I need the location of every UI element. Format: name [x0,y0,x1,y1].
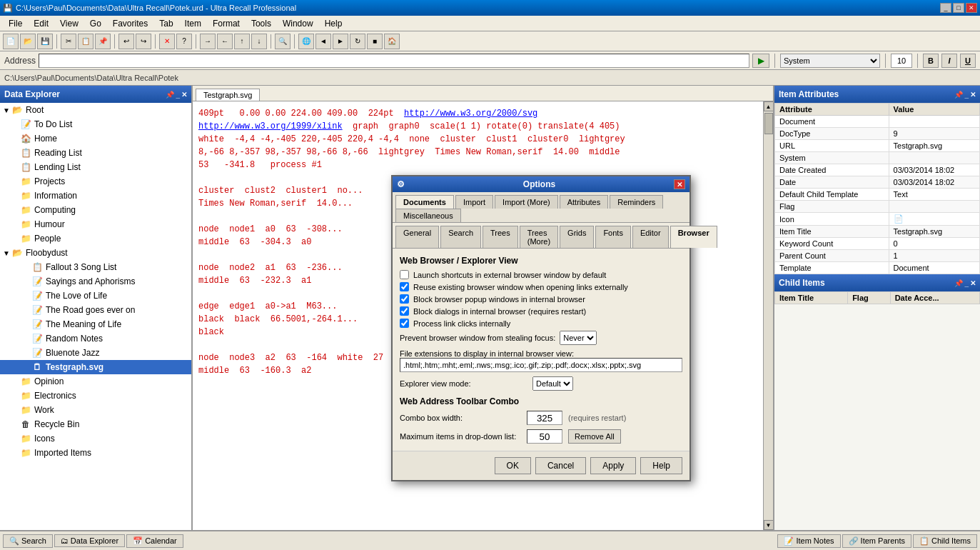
tab-miscellaneous[interactable]: Miscellaneous [395,209,461,222]
subtab-general[interactable]: General [395,226,439,248]
checkbox-block-popup-label: Block browser popup windows in internal … [413,295,585,304]
section-title: Web Browser / Explorer View [400,256,682,266]
combo-max-row: Maximum items in drop-down list: Remove … [400,429,682,444]
dialog-overlay: ⚙ Options ✕ Documents Import Import (Mor… [0,0,980,550]
checkbox-reuse-browser-label: Reuse existing browser window when openi… [413,283,628,291]
subtab-search[interactable]: Search [440,226,481,248]
prevent-focus-row: Prevent browser window from stealing foc… [400,331,682,345]
checkbox-process-links-input[interactable] [400,319,409,328]
options-dialog: ⚙ Options ✕ Documents Import Import (Mor… [391,175,691,481]
explorer-mode-label: Explorer view mode: [400,379,528,388]
tab-import[interactable]: Import [455,195,493,209]
subtab-trees-more[interactable]: Trees (More) [520,226,558,248]
checkbox-external-browser[interactable]: Launch shortcuts in external browser win… [400,270,682,279]
subtab-browser[interactable]: Browser [670,226,717,248]
dialog-title-text: Options [523,179,555,189]
dialog-close-btn[interactable]: ✕ [674,179,685,189]
checkbox-block-popup-input[interactable] [400,294,409,304]
dialog-buttons: OK Cancel Apply Help [393,451,689,480]
file-ext-row: File extensions to display in internal b… [400,349,682,372]
cancel-button[interactable]: Cancel [535,457,586,474]
tab-reminders[interactable]: Reminders [610,195,663,209]
checkbox-block-dialogs-input[interactable] [400,306,409,316]
apply-button[interactable]: Apply [590,457,636,474]
checkbox-process-links-label: Process link clicks internally [413,319,510,328]
tab-documents[interactable]: Documents [395,195,454,209]
subtab-trees[interactable]: Trees [483,226,518,248]
combo-width-input[interactable] [527,411,562,425]
combo-width-row: Combo box width: (requires restart) [400,411,682,425]
explorer-mode-select[interactable]: Default [532,376,573,391]
explorer-mode-row: Explorer view mode: Default [400,376,682,391]
file-ext-label: File extensions to display in internal b… [400,349,574,358]
checkbox-process-links[interactable]: Process link clicks internally [400,319,682,328]
checkbox-external-browser-label: Launch shortcuts in external browser win… [413,271,606,279]
combo-section-label: Web Address Toolbar Combo [400,396,682,406]
checkbox-block-popup[interactable]: Block browser popup windows in internal … [400,294,682,304]
subtab-editor[interactable]: Editor [632,226,669,248]
checkbox-external-browser-input[interactable] [400,270,409,279]
dialog-main-tabs: Documents Import Import (More) Attribute… [393,192,689,223]
checkbox-reuse-browser[interactable]: Reuse existing browser window when openi… [400,282,682,291]
ok-button[interactable]: OK [495,457,531,474]
combo-fields: Combo box width: (requires restart) Maxi… [400,411,682,444]
combo-width-label: Combo box width: [400,414,521,422]
dialog-sub-tabs: General Search Trees Trees (More) Grids … [393,223,689,249]
dialog-body: Web Browser / Explorer View Launch short… [393,249,689,451]
prevent-focus-select[interactable]: Never [560,331,597,345]
remove-all-button[interactable]: Remove All [568,429,621,444]
subtab-fonts[interactable]: Fonts [595,226,631,248]
combo-section: Web Address Toolbar Combo Combo box widt… [400,396,682,444]
combo-max-label: Maximum items in drop-down list: [400,432,521,441]
combo-max-input[interactable] [527,429,562,444]
tab-attributes[interactable]: Attributes [560,195,608,209]
dialog-title-icon: ⚙ [397,179,405,189]
checkbox-block-dialogs[interactable]: Block dialogs in internal browser (requi… [400,306,682,316]
tab-import-more[interactable]: Import (More) [495,195,558,209]
combo-width-hint: (requires restart) [568,414,626,422]
file-ext-input[interactable] [400,358,682,372]
subtab-grids[interactable]: Grids [560,226,594,248]
checkbox-reuse-browser-input[interactable] [400,282,409,291]
help-dialog-button[interactable]: Help [640,457,682,474]
prevent-focus-label: Prevent browser window from stealing foc… [400,334,555,342]
checkbox-block-dialogs-label: Block dialogs in internal browser (requi… [413,307,586,316]
dialog-title-bar: ⚙ Options ✕ [393,176,689,192]
